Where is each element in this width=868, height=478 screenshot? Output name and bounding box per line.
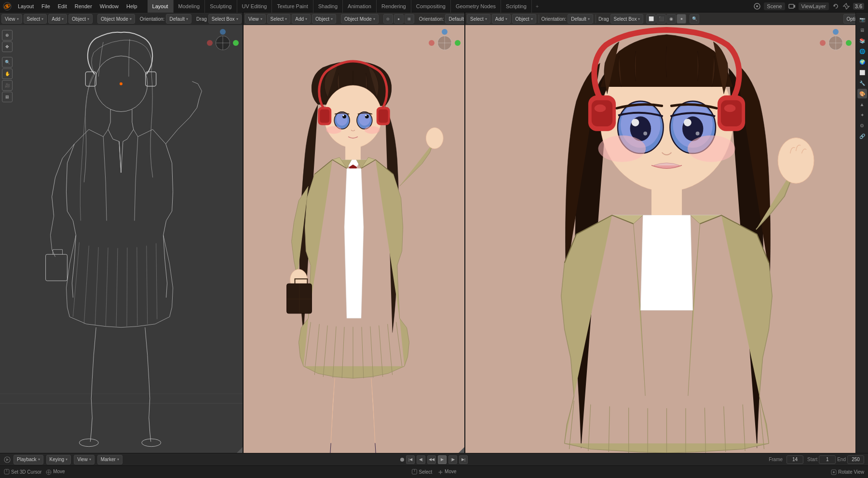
tab-geometry-nodes[interactable]: Geometry Nodes (451, 0, 501, 13)
view-layer-props-icon[interactable]: 📚 (857, 36, 867, 45)
tab-uv-editing[interactable]: UV Editing (237, 0, 272, 13)
select-menu-right[interactable]: Select (467, 14, 490, 24)
status-center: Select Move (411, 469, 456, 475)
menu-help[interactable]: Help (123, 2, 141, 10)
axis-z-dot-left (220, 29, 226, 35)
add-menu-left[interactable]: Add (48, 14, 67, 24)
svg-point-34 (326, 126, 341, 134)
cursor-tool-btn[interactable]: ⊕ (2, 30, 13, 41)
world-props-icon[interactable]: 🌍 (857, 57, 867, 67)
camera-nav-btn[interactable]: 🎥 (2, 80, 13, 91)
view-dropdown[interactable]: View (74, 455, 95, 464)
shading-wire-right[interactable]: ⬜ (646, 14, 656, 24)
play-btn[interactable]: ▶ (438, 455, 447, 464)
menu-edit[interactable]: Edit (54, 2, 70, 10)
orientation-dropdown-left[interactable]: Default (166, 14, 191, 24)
play-reverse-btn[interactable]: ◀◀ (427, 455, 436, 464)
svg-point-15 (142, 439, 161, 447)
viewports-area: View Select Add Object Object Mode Orien… (0, 13, 868, 453)
jump-end-btn[interactable]: ▶| (459, 455, 468, 464)
rotate-view-label: Rotate View (838, 469, 864, 475)
end-frame-input[interactable]: 250 (847, 455, 864, 464)
material-props-icon[interactable]: 🎨 (857, 89, 867, 98)
add-menu-right[interactable]: Add (492, 14, 511, 24)
object-menu-right[interactable]: Object (512, 14, 536, 24)
next-keyframe-btn[interactable]: |▶ (448, 455, 457, 464)
selectbox-dropdown-right[interactable]: Select Box (610, 14, 644, 24)
orientation-dropdown-center[interactable]: Default (445, 14, 465, 24)
viewport-center-header: View Select Add Object Object Mode ⊙ ● ⊞… (244, 13, 464, 25)
tab-shading[interactable]: Shading (313, 0, 343, 13)
viewport-left[interactable]: View Select Add Object Object Mode Orien… (0, 13, 244, 453)
view-menu-center[interactable]: View (245, 14, 266, 24)
menu-window[interactable]: Window (96, 2, 122, 10)
tab-scripting[interactable]: Scripting (501, 0, 532, 13)
gizmo-sphere-left[interactable] (216, 36, 230, 50)
search-btn-right[interactable]: 🔍 (690, 14, 699, 24)
tab-animation[interactable]: Animation (343, 0, 377, 13)
character-center-svg (244, 25, 464, 453)
object-props-icon[interactable]: ⬜ (857, 68, 867, 77)
shading-solid-right[interactable]: ⬛ (656, 14, 666, 24)
tab-texture-paint[interactable]: Texture Paint (272, 0, 313, 13)
svg-rect-5 (789, 4, 794, 8)
mode-dropdown-left[interactable]: Object Mode (97, 14, 135, 24)
modifier-props-icon[interactable]: 🔧 (857, 78, 867, 88)
menu-layout[interactable]: Layout (14, 2, 37, 10)
shading-material-right[interactable]: ◉ (666, 14, 676, 24)
scene-props-icon[interactable]: 🌐 (857, 46, 867, 56)
start-frame-input[interactable]: 1 (819, 455, 836, 464)
timeline-center-controls: |◀ ◀| ◀◀ ▶ |▶ ▶| (400, 455, 468, 464)
status-bar: Set 3D Cursor Move Select Move Rotate Vi… (0, 465, 868, 478)
right-viewport-bg (465, 25, 868, 453)
grid-btn[interactable]: ⊞ (2, 92, 13, 102)
selectbox-dropdown-left[interactable]: Select Box (208, 14, 242, 24)
gizmo-sphere-center[interactable] (437, 36, 452, 50)
current-frame-input[interactable]: 14 (787, 455, 803, 464)
lmb-center-icon (411, 469, 417, 475)
output-props-icon[interactable]: 🖥 (857, 25, 867, 35)
data-props-icon[interactable]: ▲ (857, 99, 867, 109)
constraint-props-icon[interactable]: 🔗 (857, 131, 867, 141)
viewport-center[interactable]: View Select Add Object Object Mode ⊙ ● ⊞… (244, 13, 465, 453)
add-workspace-button[interactable]: + (532, 2, 542, 11)
tab-sculpting[interactable]: Sculpting (205, 0, 237, 13)
mode-dropdown-center[interactable]: Object Mode (341, 14, 379, 24)
render-props-icon[interactable]: 📷 (857, 14, 867, 24)
select-menu-center[interactable]: Select (267, 14, 291, 24)
keying-dropdown[interactable]: Keying (46, 455, 71, 464)
view-menu-left[interactable]: View (1, 14, 22, 24)
gizmo-sphere-right[interactable] (828, 36, 843, 50)
jump-start-btn[interactable]: |◀ (406, 455, 415, 464)
move-tool-btn[interactable]: ✥ (2, 41, 13, 52)
center-icon3[interactable]: ⊞ (405, 14, 414, 24)
viewport-right-header: Select Add Object Orientation: Default D… (465, 13, 868, 25)
prev-keyframe-btn[interactable]: ◀| (417, 455, 425, 464)
particles-props-icon[interactable]: ✦ (857, 110, 867, 120)
orientation-dropdown-right[interactable]: Default (568, 14, 593, 24)
workspace-tabs: Layout Modeling Sculpting UV Editing Tex… (148, 0, 750, 13)
physics-props-icon[interactable]: ⚙ (857, 121, 867, 130)
viewport-right[interactable]: Select Add Object Orientation: Default D… (465, 13, 868, 453)
center-icon2[interactable]: ● (394, 14, 404, 24)
scene-name[interactable]: Scene (764, 2, 785, 10)
tab-layout[interactable]: Layout (148, 0, 174, 13)
search-tool-btn[interactable]: 🔍 (2, 57, 13, 68)
add-menu-center[interactable]: Add (292, 14, 311, 24)
move-action-label: Move (46, 469, 65, 475)
svg-rect-23 (379, 109, 388, 123)
menu-render[interactable]: Render (71, 2, 95, 10)
view-layer-name[interactable]: ViewLayer (799, 2, 829, 10)
shading-rendered-right[interactable]: ● (677, 14, 686, 24)
select-menu-left[interactable]: Select (24, 14, 47, 24)
hand-tool-btn[interactable]: ✋ (2, 68, 13, 79)
playback-dropdown[interactable]: Playback (14, 455, 43, 464)
center-icon1[interactable]: ⊙ (383, 14, 393, 24)
object-menu-center[interactable]: Object (312, 14, 336, 24)
marker-dropdown[interactable]: Marker (97, 455, 122, 464)
object-menu-left[interactable]: Object (68, 14, 93, 24)
tab-compositing[interactable]: Compositing (411, 0, 451, 13)
tab-modeling[interactable]: Modeling (174, 0, 205, 13)
tab-rendering[interactable]: Rendering (377, 0, 411, 13)
menu-file[interactable]: File (38, 2, 54, 10)
